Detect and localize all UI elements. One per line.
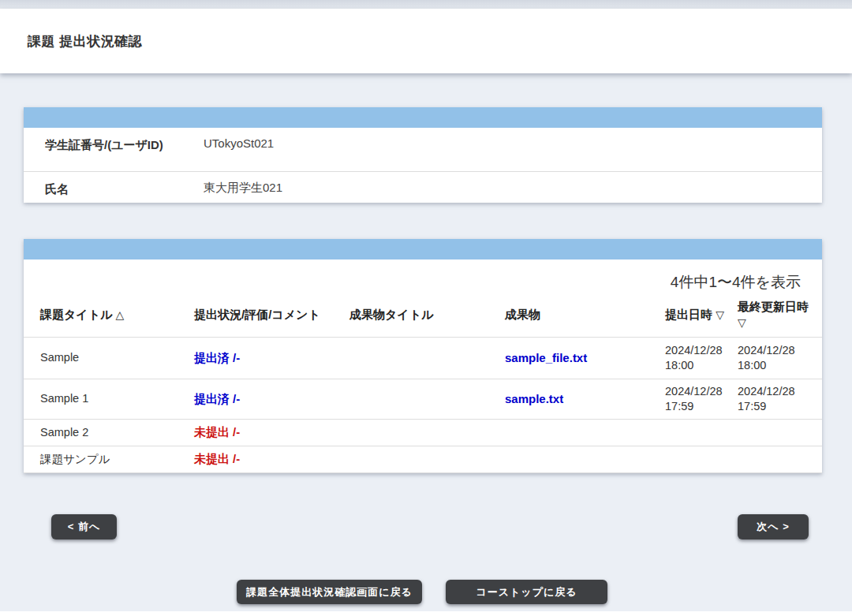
assignment-title: Sample 2 [24,419,194,446]
updated-at: 2024/12/28 17:59 [738,379,822,419]
submitted-at [665,419,738,446]
column-header-assignment-title: 課題タイトル △ [24,293,194,337]
evaluation-comment: /- [233,392,240,405]
updated-at [738,446,822,472]
artifact-file-link[interactable]: sample.txt [505,392,563,405]
page-title: 課題 提出状況確認 [28,32,142,50]
prev-page-button[interactable]: < 前へ [51,514,117,539]
table-row: Sample 1 提出済 /- sample.txt 2024/12/28 17… [24,379,822,419]
submission-status-cell: 提出済 /- [194,379,349,419]
evaluation-comment: /- [233,452,240,465]
student-info-header-bar [24,107,822,128]
next-page-button[interactable]: 次へ > [738,514,809,539]
footer-edge-strip [0,611,852,616]
student-name-value: 東大用学生021 [181,172,822,203]
submissions-header-bar [24,239,822,259]
window-top-strip [0,0,852,9]
updated-at: 2024/12/28 18:00 [738,337,822,379]
submitted-at [665,446,738,472]
submissions-table: 課題タイトル △ 提出状況/評価/コメント 成果物タイトル 成果物 提出日時 ▽ [24,293,822,473]
student-id-row: 学生証番号/(ユーザID) UTokyoSt021 [24,128,822,172]
submitted-at: 2024/12/28 18:00 [665,337,738,379]
artifact-cell: sample_file.txt [505,337,665,379]
submission-status-link[interactable]: 提出済 [194,351,230,364]
updated-at [738,419,822,446]
assignment-title: Sample 1 [24,379,194,419]
sort-descending-icon[interactable]: ▽ [738,316,746,329]
submission-status-link[interactable]: 未提出 [194,452,230,465]
table-row: Sample 提出済 /- sample_file.txt 2024/12/28… [24,337,822,379]
table-header-row: 課題タイトル △ 提出状況/評価/コメント 成果物タイトル 成果物 提出日時 ▽ [24,293,822,337]
submission-status-cell: 未提出 /- [194,419,349,446]
back-to-overview-button[interactable]: 課題全体提出状況確認画面に戻る [237,580,422,604]
assignment-title: 課題サンプル [24,446,194,472]
table-row: Sample 2 未提出 /- [24,419,822,446]
submissions-panel: 4件中1〜4件を表示 課題タイトル △ 提出状況/評価/コメント 成果物タイトル… [24,239,822,473]
artifact-title [349,446,505,472]
submission-status-cell: 提出済 /- [194,337,349,379]
column-header-submitted-at: 提出日時 ▽ [665,293,738,337]
column-header-status: 提出状況/評価/コメント [194,293,349,337]
evaluation-comment: /- [233,425,240,439]
sort-ascending-icon[interactable]: △ [116,308,125,321]
submission-status-cell: 未提出 /- [194,446,349,472]
artifact-cell [505,419,665,446]
result-count-text: 4件中1〜4件を表示 [24,259,822,293]
submission-status-link[interactable]: 未提出 [194,425,230,439]
column-header-artifact-title: 成果物タイトル [349,293,505,337]
column-header-artifact: 成果物 [505,293,665,337]
student-name-label: 氏名 [24,172,181,203]
artifact-title [349,337,505,379]
page-header: 課題 提出状況確認 [0,9,852,73]
artifact-file-link[interactable]: sample_file.txt [505,351,587,364]
artifact-cell: sample.txt [505,379,665,419]
back-to-course-top-button[interactable]: コーストップに戻る [446,580,607,604]
student-name-row: 氏名 東大用学生021 [24,172,822,203]
student-info-panel: 学生証番号/(ユーザID) UTokyoSt021 氏名 東大用学生021 [24,107,822,203]
artifact-cell [505,446,665,472]
artifact-title [349,379,505,419]
submission-status-link[interactable]: 提出済 [194,392,230,405]
submitted-at: 2024/12/28 17:59 [665,379,738,419]
evaluation-comment: /- [233,351,240,364]
student-id-value: UTokyoSt021 [181,128,822,171]
sort-descending-icon[interactable]: ▽ [716,308,724,321]
student-id-label: 学生証番号/(ユーザID) [24,128,181,171]
table-row: 課題サンプル 未提出 /- [24,446,822,472]
artifact-title [349,419,505,446]
column-header-updated-at: 最終更新日時 ▽ [738,293,822,337]
assignment-title: Sample [24,337,194,379]
